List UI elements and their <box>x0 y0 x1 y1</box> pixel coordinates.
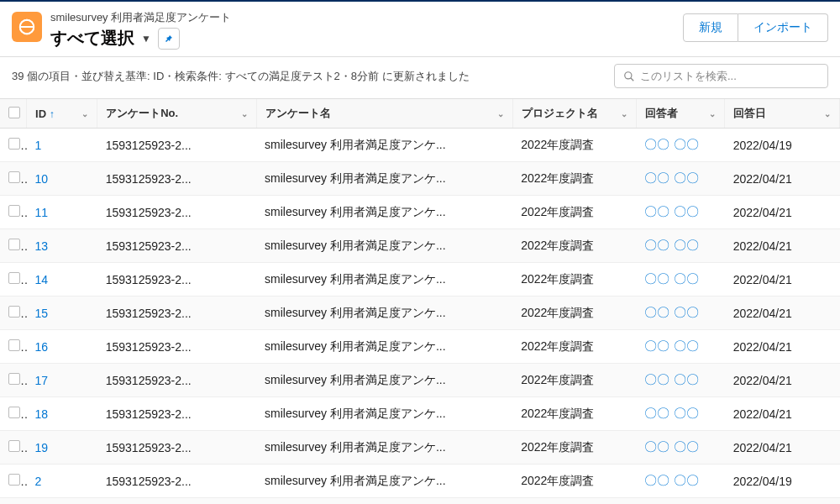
respondent-link[interactable]: 〇〇 〇〇 <box>644 271 698 286</box>
cell-project: 2022年度調査 <box>512 397 636 431</box>
respondent-link[interactable]: 〇〇 〇〇 <box>644 171 698 185</box>
cell-date: 2022/04/21 <box>725 263 840 297</box>
record-link[interactable]: 14 <box>35 273 49 286</box>
checkbox-icon[interactable] <box>8 339 20 351</box>
table-row: 201593125923-2...smilesurvey 利用者満足度アンケ..… <box>0 498 840 505</box>
row-checkbox-cell[interactable] <box>0 364 27 397</box>
column-date[interactable]: 回答日⌄ <box>725 99 840 129</box>
record-link[interactable]: 13 <box>35 239 49 253</box>
record-link[interactable]: 15 <box>35 307 49 320</box>
row-checkbox-cell[interactable] <box>0 397 27 431</box>
subheader: 39 個の項目・並び替え基準: ID・検索条件: すべての満足度テスト2・8分前… <box>0 57 840 99</box>
cell-date: 2022/04/21 <box>725 498 840 505</box>
cell-project: 2022年度調査 <box>512 196 636 229</box>
cell-survey-name: smilesurvey 利用者満足度アンケ... <box>256 229 512 263</box>
row-checkbox-cell[interactable] <box>0 431 27 465</box>
cell-date: 2022/04/21 <box>725 364 840 397</box>
chevron-down-icon[interactable]: ⌄ <box>81 109 88 118</box>
chevron-down-icon[interactable]: ⌄ <box>497 109 504 118</box>
record-link[interactable]: 11 <box>35 206 49 219</box>
record-link[interactable]: 19 <box>35 441 49 454</box>
cell-date: 2022/04/19 <box>725 129 840 162</box>
row-checkbox-cell[interactable] <box>0 229 27 263</box>
chevron-down-icon[interactable]: ⌄ <box>241 109 248 118</box>
checkbox-icon[interactable] <box>8 306 20 318</box>
header-actions: 新規 インポート <box>683 13 828 42</box>
row-checkbox-cell[interactable] <box>0 263 27 297</box>
checkbox-icon[interactable] <box>8 272 20 284</box>
import-button[interactable]: インポート <box>738 13 828 42</box>
title-block: smilesurvey 利用者満足度アンケート すべて選択 ▼ <box>50 10 231 50</box>
column-id[interactable]: ID ↑⌄ <box>27 99 97 129</box>
row-checkbox-cell[interactable] <box>0 297 27 330</box>
checkbox-icon[interactable] <box>8 440 20 452</box>
row-checkbox-cell[interactable] <box>0 330 27 364</box>
pin-button[interactable] <box>158 28 180 50</box>
respondent-link[interactable]: 〇〇 〇〇 <box>644 372 698 386</box>
record-link[interactable]: 16 <box>35 340 49 354</box>
checkbox-icon[interactable] <box>8 171 20 183</box>
cell-id: 18 <box>27 397 97 431</box>
respondent-link[interactable]: 〇〇 〇〇 <box>644 339 698 353</box>
column-survey-name[interactable]: アンケート名⌄ <box>256 99 512 129</box>
table-row: 101593125923-2...smilesurvey 利用者満足度アンケ..… <box>0 162 840 196</box>
cell-project: 2022年度調査 <box>512 162 636 196</box>
table-row: 131593125923-2...smilesurvey 利用者満足度アンケ..… <box>0 229 840 263</box>
cell-respondent: 〇〇 〇〇 <box>636 498 724 505</box>
record-link[interactable]: 2 <box>35 475 42 488</box>
respondent-link[interactable]: 〇〇 〇〇 <box>644 238 698 252</box>
row-checkbox-cell[interactable] <box>0 129 27 162</box>
cell-date: 2022/04/21 <box>725 397 840 431</box>
cell-date: 2022/04/21 <box>725 431 840 465</box>
row-checkbox-cell[interactable] <box>0 162 27 196</box>
respondent-link[interactable]: 〇〇 〇〇 <box>644 473 698 487</box>
checkbox-icon[interactable] <box>8 474 20 486</box>
record-link[interactable]: 18 <box>35 407 49 421</box>
listview-title[interactable]: すべて選択 <box>50 27 134 50</box>
cell-id: 16 <box>27 330 97 364</box>
chevron-down-icon[interactable]: ⌄ <box>824 109 831 118</box>
record-link[interactable]: 10 <box>35 172 49 186</box>
search-box[interactable] <box>614 64 828 88</box>
cell-date: 2022/04/19 <box>725 465 840 498</box>
record-link[interactable]: 17 <box>35 374 49 387</box>
respondent-link[interactable]: 〇〇 〇〇 <box>644 204 698 218</box>
respondent-link[interactable]: 〇〇 〇〇 <box>644 305 698 319</box>
record-link[interactable]: 1 <box>35 139 42 152</box>
cell-project: 2022年度調査 <box>512 297 636 330</box>
chevron-down-icon[interactable]: ⌄ <box>621 109 627 118</box>
column-respondent[interactable]: 回答者⌄ <box>636 99 724 129</box>
column-project[interactable]: プロジェクト名⌄ <box>512 99 636 129</box>
search-input[interactable] <box>640 70 819 82</box>
cell-survey-no: 1593125923-2... <box>97 263 256 297</box>
checkbox-icon[interactable] <box>8 205 20 217</box>
caret-down-icon[interactable]: ▼ <box>141 33 151 45</box>
sort-asc-icon: ↑ <box>50 108 55 120</box>
select-all-header[interactable] <box>0 99 27 129</box>
cell-survey-name: smilesurvey 利用者満足度アンケ... <box>256 498 512 505</box>
cell-respondent: 〇〇 〇〇 <box>636 229 724 263</box>
checkbox-icon[interactable] <box>8 239 20 250</box>
chevron-down-icon[interactable]: ⌄ <box>709 109 716 118</box>
cell-id: 20 <box>27 498 97 505</box>
row-checkbox-cell[interactable] <box>0 498 27 505</box>
cell-id: 1 <box>27 129 97 162</box>
cell-respondent: 〇〇 〇〇 <box>636 263 724 297</box>
cell-survey-name: smilesurvey 利用者満足度アンケ... <box>256 162 512 196</box>
checkbox-icon[interactable] <box>8 138 20 150</box>
checkbox-icon[interactable] <box>8 107 20 118</box>
respondent-link[interactable]: 〇〇 〇〇 <box>644 439 698 454</box>
checkbox-icon[interactable] <box>8 373 20 385</box>
respondent-link[interactable]: 〇〇 〇〇 <box>644 406 698 420</box>
checkbox-icon[interactable] <box>8 407 20 418</box>
cell-survey-name: smilesurvey 利用者満足度アンケ... <box>256 129 512 162</box>
table-row: 111593125923-2...smilesurvey 利用者満足度アンケ..… <box>0 196 840 229</box>
new-button[interactable]: 新規 <box>683 13 738 42</box>
row-checkbox-cell[interactable] <box>0 465 27 498</box>
cell-date: 2022/04/21 <box>725 162 840 196</box>
title-row: すべて選択 ▼ <box>50 27 231 50</box>
cell-survey-name: smilesurvey 利用者満足度アンケ... <box>256 397 512 431</box>
respondent-link[interactable]: 〇〇 〇〇 <box>644 137 698 151</box>
row-checkbox-cell[interactable] <box>0 196 27 229</box>
column-survey-no[interactable]: アンケートNo.⌄ <box>97 99 256 129</box>
